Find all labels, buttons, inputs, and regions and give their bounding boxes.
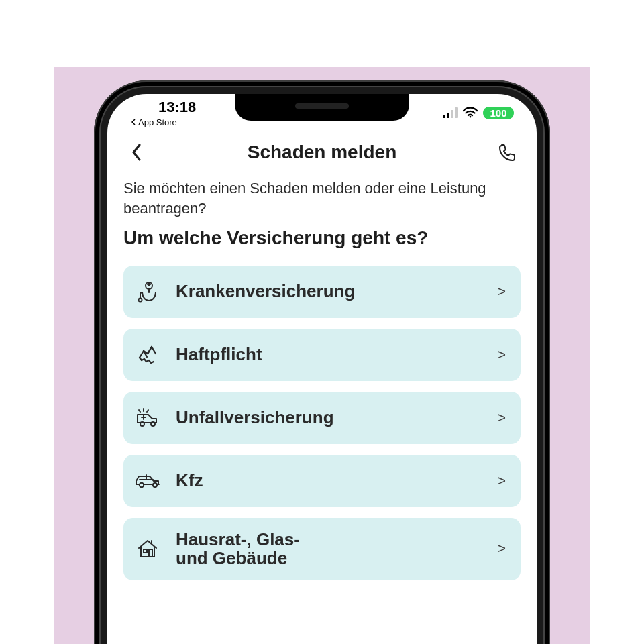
ambulance-icon <box>134 405 161 431</box>
doctor-icon <box>134 278 161 305</box>
phone-shell-outer: 13:18 App Store <box>94 80 550 644</box>
image-frame: 13:18 App Store <box>54 67 590 644</box>
question-heading: Um welche Versicherung geht es? <box>123 227 521 249</box>
house-icon <box>134 535 161 562</box>
chevron-right-icon: > <box>497 472 506 490</box>
content-area: Sie möchten einen Schaden melden oder ei… <box>107 173 537 580</box>
phone-notch <box>235 94 409 121</box>
svg-point-0 <box>470 116 472 118</box>
option-label: Krankenversicherung <box>176 282 482 301</box>
option-label: Hausrat-, Glas- und Gebäude <box>176 530 482 568</box>
cellular-signal-icon <box>443 107 458 118</box>
svg-point-2 <box>139 298 142 301</box>
caret-left-icon <box>130 119 137 125</box>
phone-shell-inner: 13:18 App Store <box>99 86 545 644</box>
svg-rect-8 <box>149 549 152 557</box>
battery-badge: 100 <box>483 107 514 119</box>
option-label: Unfallversicherung <box>176 408 482 427</box>
chevron-right-icon: > <box>497 346 506 364</box>
option-haftpflicht[interactable]: Haftpflicht > <box>123 329 521 381</box>
back-to-appstore[interactable]: App Store <box>130 117 177 127</box>
svg-point-6 <box>153 482 157 486</box>
svg-rect-7 <box>144 549 147 553</box>
insurance-options-list: Krankenversicherung > Ha <box>123 266 521 580</box>
chevron-right-icon: > <box>497 283 506 301</box>
chevron-left-icon <box>130 142 144 162</box>
battery-level: 100 <box>490 108 506 118</box>
app-navbar: Schaden melden <box>107 131 537 173</box>
car-icon <box>134 468 161 494</box>
intro-text: Sie möchten einen Schaden melden oder ei… <box>123 178 521 218</box>
option-kfz[interactable]: Kfz > <box>123 455 521 507</box>
phone-screen: 13:18 App Store <box>107 94 537 644</box>
call-button[interactable] <box>494 139 521 166</box>
option-unfallversicherung[interactable]: Unfallversicherung > <box>123 392 521 444</box>
back-to-appstore-label: App Store <box>138 117 177 127</box>
option-label: Kfz <box>176 471 482 490</box>
status-time: 13:18 <box>130 99 196 116</box>
wifi-icon <box>463 107 478 118</box>
option-krankenversicherung[interactable]: Krankenversicherung > <box>123 266 521 318</box>
back-button[interactable] <box>123 139 150 166</box>
chevron-right-icon: > <box>497 540 506 557</box>
phone-icon <box>497 142 517 162</box>
option-label: Haftpflicht <box>176 345 482 364</box>
option-hausrat-glas-gebaeude[interactable]: Hausrat-, Glas- und Gebäude > <box>123 518 521 580</box>
chevron-right-icon: > <box>497 409 506 427</box>
page-title: Schaden melden <box>248 142 397 163</box>
svg-point-5 <box>140 482 144 486</box>
handshake-icon <box>134 341 161 368</box>
